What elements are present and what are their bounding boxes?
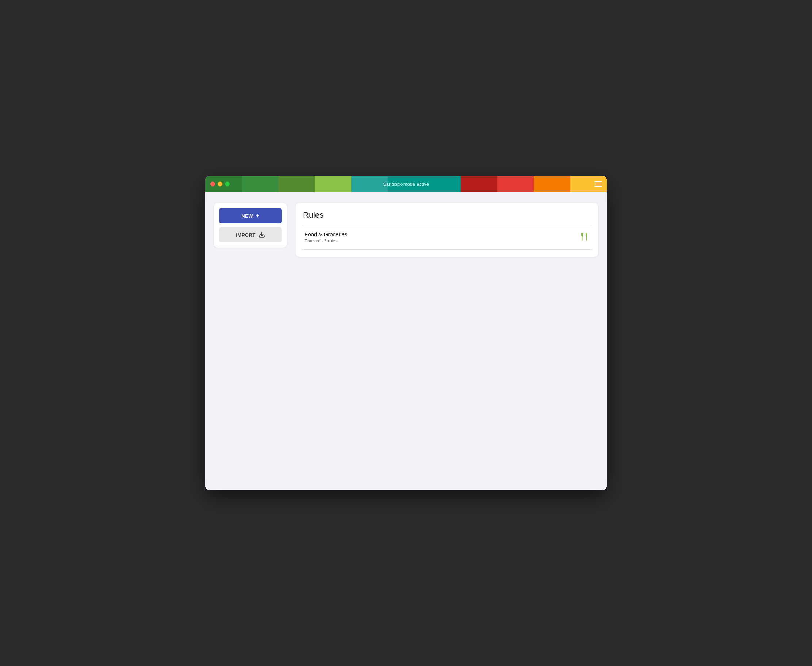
color-segment-3: [278, 176, 315, 192]
utensils-icon: [579, 231, 589, 244]
close-button[interactable]: [210, 182, 215, 186]
traffic-lights: [210, 182, 230, 186]
rules-panel: Rules Food & Groceries Enabled · 5 rules: [296, 203, 598, 257]
plus-icon: +: [256, 213, 260, 219]
color-segment-5: [351, 176, 388, 192]
rule-info: Food & Groceries Enabled · 5 rules: [305, 231, 348, 244]
download-icon: [259, 231, 265, 238]
app-window: Sandbox-mode active NEW + IMPORT: [205, 176, 607, 490]
maximize-button[interactable]: [225, 182, 230, 186]
rules-title: Rules: [303, 210, 591, 220]
new-button[interactable]: NEW +: [219, 208, 282, 223]
color-segment-4: [315, 176, 351, 192]
color-segment-2: [242, 176, 278, 192]
color-segment-8: [497, 176, 534, 192]
import-button-label: IMPORT: [236, 232, 255, 238]
rule-item[interactable]: Food & Groceries Enabled · 5 rules: [303, 225, 591, 249]
color-segment-9: [534, 176, 570, 192]
menu-line-1: [595, 181, 602, 182]
minimize-button[interactable]: [217, 182, 222, 186]
rule-name: Food & Groceries: [305, 231, 348, 237]
main-content: NEW + IMPORT Rules Food & Groceries Enab…: [205, 192, 607, 490]
menu-line-2: [595, 184, 602, 185]
fork-knife-svg: [579, 231, 589, 242]
divider-bottom: [301, 249, 592, 250]
new-button-label: NEW: [241, 213, 253, 219]
color-segment-6: [388, 176, 461, 192]
import-button[interactable]: IMPORT: [219, 227, 282, 242]
menu-line-3: [595, 186, 602, 186]
left-panel: NEW + IMPORT: [214, 203, 287, 247]
rule-status: Enabled · 5 rules: [305, 238, 348, 244]
color-segment-7: [461, 176, 497, 192]
titlebar: Sandbox-mode active: [205, 176, 607, 192]
menu-icon[interactable]: [595, 181, 602, 186]
